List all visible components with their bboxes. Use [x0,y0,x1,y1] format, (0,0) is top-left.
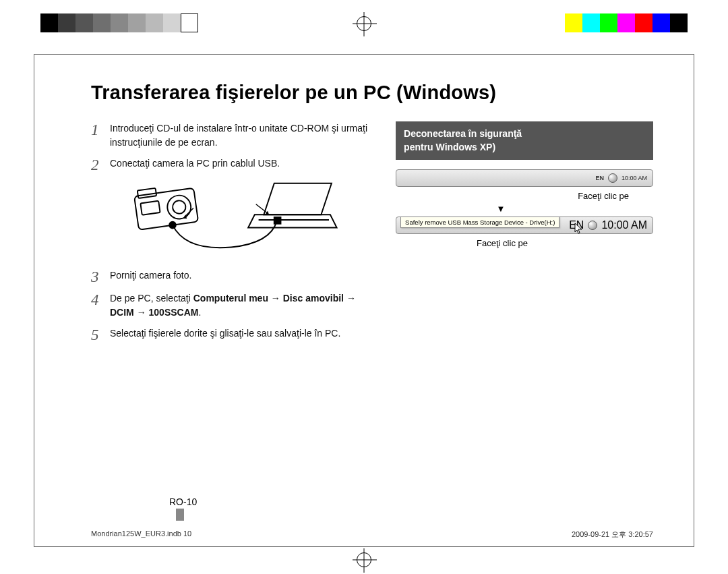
step4-suffix: . [198,307,201,318]
footer-timestamp: 2009-09-21 오후 3:20:57 [572,529,653,540]
step-number: 3 [91,268,110,285]
svg-rect-7 [274,217,281,224]
svg-rect-4 [140,201,160,215]
manual-page: Transferarea fişierelor pe un PC (Window… [34,54,694,547]
page-number: RO-10 [169,496,197,507]
camera-usb-illustration [110,179,375,258]
sidebar-column: Deconectarea în siguranţă pentru Windows… [396,121,653,349]
step-1: 1 Introduceţi CD-ul de instalare într-o … [91,121,375,150]
caption-click-1: Faceţi clic pe [396,191,629,201]
footer-filename: Mondrian125W_EUR3.indb 10 [91,529,191,540]
steps-column: 1 Introduceţi CD-ul de instalare într-o … [91,121,375,349]
taskbar-screenshot-1: EN 10:00 AM [396,169,653,187]
step-3: 3 Porniţi camera foto. [91,268,375,285]
safely-remove-icon [588,221,597,230]
step-number: 2 [91,156,110,173]
step-number: 1 [91,121,110,138]
svg-point-2 [166,194,192,220]
svg-rect-0 [134,188,198,230]
step-4: 4 De pe PC, selectaţi Computerul meu → D… [91,291,375,320]
svg-point-3 [172,200,187,214]
sidebar-header: Deconectarea în siguranţă pentru Windows… [396,121,653,160]
step-number: 4 [91,291,110,308]
step-number: 5 [91,326,110,343]
page-number-tab [176,509,184,521]
sidebar-header-line2: pentru Windows XP) [404,140,645,154]
page-title: Transferarea fişierelor pe un PC (Window… [91,82,653,104]
step-text: Selectaţi fişierele dorite şi glisaţi-le… [110,326,375,341]
registration-mark-top [357,16,371,31]
step-5: 5 Selectaţi fişierele dorite şi glisaţi-… [91,326,375,343]
clock: 10:00 AM [601,219,647,231]
registration-mark-bottom [357,552,371,567]
sidebar-header-line1: Deconectarea în siguranţă [404,127,645,140]
step-2: 2 Conectaţi camera la PC prin cablul USB… [91,156,375,173]
step-text: Conectaţi camera la PC prin cablul USB. [110,156,375,171]
cursor-icon [574,223,584,235]
step-text: De pe PC, selectaţi Computerul meu → Dis… [110,291,375,320]
step-text: Introduceţi CD-ul de instalare într-o un… [110,121,375,150]
clock: 10:00 AM [621,175,647,181]
content-columns: 1 Introduceţi CD-ul de instalare într-o … [91,121,653,349]
print-footer: Mondrian125W_EUR3.indb 10 2009-09-21 오후 … [91,529,653,540]
flow-arrow-icon: ▼ [396,204,653,214]
language-indicator: EN [595,175,604,181]
taskbar-screenshot-2: Safely remove USB Mass Storage Device - … [396,217,653,234]
safely-remove-icon [608,173,617,183]
step-text: Porniţi camera foto. [110,268,375,283]
caption-click-2: Faceţi clic pe [477,238,653,248]
svg-point-6 [169,222,176,229]
step4-prefix: De pe PC, selectaţi [110,293,193,304]
safely-remove-balloon: Safely remove USB Mass Storage Device - … [400,217,559,228]
